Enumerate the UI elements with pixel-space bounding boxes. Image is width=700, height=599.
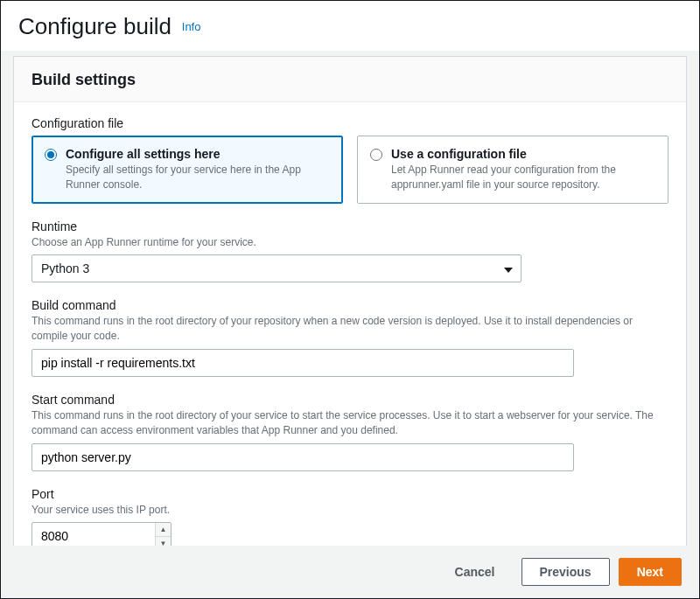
port-section: Port Your service uses this IP port. ▲ ▼	[32, 487, 668, 546]
port-desc: Your service uses this IP port.	[32, 503, 668, 518]
info-link[interactable]: Info	[182, 20, 201, 33]
radio-icon	[45, 149, 57, 161]
radio-title: Use a configuration file	[391, 147, 655, 161]
radio-configure-here[interactable]: Configure all settings here Specify all …	[32, 136, 343, 204]
radio-icon	[370, 149, 382, 161]
cancel-button[interactable]: Cancel	[438, 558, 513, 586]
port-stepper: ▲ ▼	[155, 523, 171, 546]
start-command-input[interactable]	[32, 443, 574, 471]
next-button[interactable]: Next	[619, 558, 682, 586]
start-command-desc: This command runs in the root directory …	[32, 408, 668, 438]
port-input[interactable]	[32, 522, 172, 546]
footer-actions: Cancel Previous Next	[1, 546, 699, 598]
page-header: Configure build Info	[1, 1, 699, 51]
build-command-section: Build command This command runs in the r…	[32, 298, 668, 377]
radio-use-config-file[interactable]: Use a configuration file Let App Runner …	[357, 136, 668, 204]
content-area: Build settings Configuration file Config…	[1, 51, 699, 546]
config-file-label: Configuration file	[32, 116, 668, 130]
panel-header: Build settings	[14, 57, 686, 102]
build-settings-panel: Build settings Configuration file Config…	[13, 56, 687, 546]
radio-desc: Let App Runner read your configuration f…	[391, 163, 655, 192]
page-title: Configure build	[18, 13, 172, 40]
runtime-section: Runtime Choose an App Runner runtime for…	[32, 219, 668, 283]
start-command-label: Start command	[32, 393, 668, 407]
build-command-label: Build command	[32, 298, 668, 312]
stepper-down-icon[interactable]: ▼	[156, 537, 171, 546]
stepper-up-icon[interactable]: ▲	[156, 523, 171, 537]
radio-desc: Specify all settings for your service he…	[66, 163, 330, 192]
start-command-section: Start command This command runs in the r…	[32, 393, 668, 471]
runtime-desc: Choose an App Runner runtime for your se…	[32, 235, 668, 250]
build-command-input[interactable]	[32, 349, 574, 377]
runtime-label: Runtime	[32, 219, 668, 233]
panel-title: Build settings	[32, 71, 668, 89]
config-file-section: Configuration file Configure all setting…	[32, 116, 668, 204]
radio-title: Configure all settings here	[66, 147, 330, 161]
previous-button[interactable]: Previous	[522, 558, 610, 586]
port-label: Port	[32, 487, 668, 501]
runtime-select[interactable]: Python 3	[32, 254, 522, 282]
build-command-desc: This command runs in the root directory …	[32, 314, 668, 344]
